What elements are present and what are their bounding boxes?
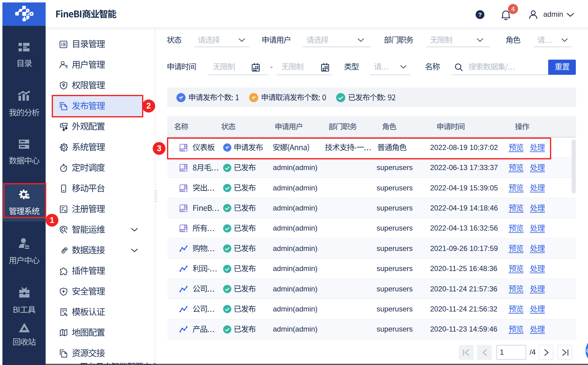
svg-text:?: ? (478, 12, 482, 18)
